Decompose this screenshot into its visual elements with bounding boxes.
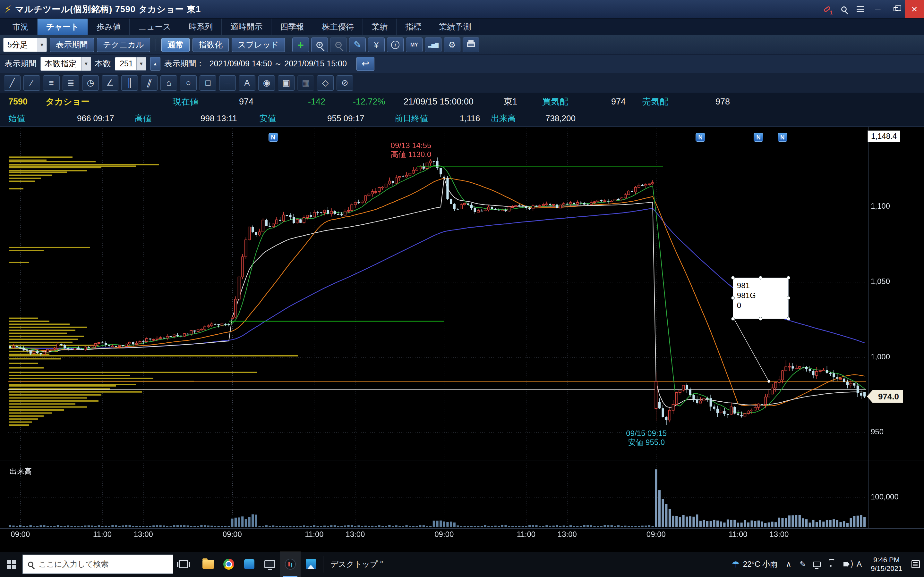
weather-widget[interactable]: ☂ 22°C 小雨 bbox=[728, 551, 782, 577]
tab-label: 四季報 bbox=[280, 21, 304, 32]
news-marker-icon[interactable]: N bbox=[696, 133, 705, 142]
tab-market[interactable]: 市況 bbox=[4, 19, 37, 35]
tab-results-forecast[interactable]: 業績予測 bbox=[430, 19, 480, 35]
spread-mode-button[interactable]: スプレッド bbox=[232, 38, 285, 52]
news-marker-icon[interactable]: N bbox=[268, 133, 278, 142]
resize-handle[interactable] bbox=[731, 296, 735, 300]
clear-all-tool[interactable]: ⊘ bbox=[336, 75, 353, 91]
bar-count-input[interactable]: 251▼ bbox=[115, 57, 146, 71]
resize-handle[interactable] bbox=[787, 296, 790, 300]
count-up-button[interactable]: ▲ bbox=[150, 57, 160, 71]
my-chart-icon[interactable]: MY bbox=[406, 37, 423, 52]
restore-button[interactable] bbox=[887, 0, 905, 18]
normal-mode-button[interactable]: 通常 bbox=[162, 38, 190, 52]
quote-row-1: 7590 タカショー 現在値 974 -142 -12.72% 21/09/15… bbox=[0, 93, 924, 110]
eraser-tool[interactable]: ◇ bbox=[317, 75, 334, 91]
volume-chart-icon[interactable]: ▂▅▇ bbox=[425, 37, 441, 52]
resize-handle[interactable] bbox=[787, 317, 790, 321]
note-annotation-box[interactable]: 981 981G 0 bbox=[733, 277, 788, 319]
tab-shikiho[interactable]: 四季報 bbox=[271, 19, 313, 35]
task-view-button[interactable] bbox=[173, 551, 194, 577]
tray-pen-icon[interactable]: ✎ bbox=[796, 551, 810, 577]
chrome-icon bbox=[223, 559, 234, 570]
icon-stamp-tool[interactable]: ◉ bbox=[258, 75, 275, 91]
trading-app-icon[interactable] bbox=[280, 551, 300, 577]
link-icon[interactable]: 1 bbox=[819, 0, 835, 18]
titlebar[interactable]: ⚡ マルチツール(個別銘柄) 7590 タカショー 東1 1 – × bbox=[0, 0, 924, 19]
horizontal-line-tool[interactable]: ─ bbox=[219, 75, 236, 91]
count-mode-select[interactable]: 本数指定▼ bbox=[40, 57, 91, 71]
resize-handle[interactable] bbox=[759, 276, 762, 279]
trend-line-tool[interactable]: ╱ bbox=[4, 75, 21, 91]
ray-line-tool[interactable]: ∕ bbox=[23, 75, 40, 91]
text-tool[interactable]: A bbox=[239, 75, 255, 91]
polygon-tool[interactable]: ⌂ bbox=[160, 75, 177, 91]
tab-shareholder-benefits[interactable]: 株主優待 bbox=[313, 19, 363, 35]
chrome-icon[interactable] bbox=[218, 551, 239, 577]
current-price-marker: 974.0 bbox=[867, 390, 903, 403]
tab-tick-history[interactable]: 歩み値 bbox=[88, 19, 130, 35]
photos-app-icon[interactable] bbox=[300, 551, 321, 577]
resize-handle[interactable] bbox=[731, 317, 735, 321]
vertical-lines-tool[interactable]: ║ bbox=[121, 75, 138, 91]
rectangle-tool[interactable]: □ bbox=[200, 75, 216, 91]
news-marker-icon[interactable]: N bbox=[778, 133, 787, 142]
tab-indicators[interactable]: 指標 bbox=[397, 19, 430, 35]
chevron-down-icon[interactable]: ▼ bbox=[136, 57, 146, 70]
wifi-icon[interactable] bbox=[824, 551, 838, 577]
ime-mode-icon[interactable]: A bbox=[852, 551, 866, 577]
parallel-lines-tool[interactable]: ≣ bbox=[63, 75, 79, 91]
search-icon[interactable] bbox=[835, 0, 852, 18]
notification-center-button[interactable] bbox=[907, 551, 924, 577]
news-marker-icon[interactable]: N bbox=[754, 133, 763, 142]
info-icon[interactable]: i bbox=[387, 37, 404, 52]
volume-icon[interactable] bbox=[838, 551, 852, 577]
tray-expand-icon[interactable]: ∧ bbox=[782, 551, 796, 577]
indexed-mode-button[interactable]: 指数化 bbox=[192, 38, 229, 52]
network-icon[interactable] bbox=[810, 551, 824, 577]
file-explorer-icon[interactable] bbox=[198, 551, 218, 577]
technical-button[interactable]: テクニカル bbox=[97, 38, 150, 52]
tab-news[interactable]: ニュース bbox=[129, 19, 180, 35]
resize-handle[interactable] bbox=[731, 276, 735, 279]
settings-wrench-icon[interactable]: ⚙ bbox=[444, 37, 460, 52]
channel-tool[interactable]: ∥ bbox=[141, 75, 158, 91]
tab-disclosure[interactable]: 適時開示 bbox=[222, 19, 271, 35]
yen-scale-icon[interactable]: ¥ bbox=[368, 37, 384, 52]
print-icon[interactable] bbox=[463, 37, 479, 52]
tab-chart[interactable]: チャート bbox=[37, 19, 88, 35]
desktop-toolbar[interactable]: デスクトップ » bbox=[325, 551, 389, 577]
resize-handle[interactable] bbox=[787, 276, 790, 279]
arc-tool[interactable]: ◷ bbox=[82, 75, 99, 91]
reset-period-button[interactable]: ↩ bbox=[357, 57, 375, 71]
tab-time-series[interactable]: 時系列 bbox=[180, 19, 222, 35]
pattern-tool[interactable]: ▦ bbox=[297, 75, 314, 91]
draw-pencil-icon[interactable]: ✎ bbox=[349, 37, 366, 52]
start-button[interactable] bbox=[0, 551, 23, 577]
price-axis-tick: 1,100 bbox=[871, 201, 890, 211]
add-comparison-icon[interactable]: + bbox=[292, 37, 309, 52]
close-button[interactable]: × bbox=[905, 0, 924, 18]
window-title: マルチツール(個別銘柄) 7590 タカショー 東1 bbox=[15, 3, 201, 15]
copy-tool[interactable]: ▣ bbox=[278, 75, 294, 91]
menu-icon[interactable] bbox=[852, 0, 869, 18]
angle-tool[interactable]: ∠ bbox=[102, 75, 118, 91]
low-value: 955 09:17 bbox=[327, 113, 365, 123]
taskbar-clock[interactable]: 9:46 PM 9/15/2021 bbox=[866, 556, 907, 573]
horizontal-lines-tool[interactable]: ≡ bbox=[43, 75, 60, 91]
timeframe-value: 5分足 bbox=[7, 39, 28, 50]
ellipse-tool[interactable]: ○ bbox=[180, 75, 197, 91]
mail-app-icon[interactable] bbox=[239, 551, 260, 577]
minimize-button[interactable]: – bbox=[869, 0, 887, 18]
taskbar-search-input[interactable]: ここに入力して検索 bbox=[23, 554, 173, 574]
tab-results[interactable]: 業績 bbox=[363, 19, 397, 35]
timeframe-select[interactable]: 5分足▼ bbox=[3, 38, 47, 52]
tab-label: ニュース bbox=[138, 21, 171, 32]
zoom-out-icon[interactable]: − bbox=[330, 37, 347, 52]
display-period-button[interactable]: 表示期間 bbox=[50, 38, 94, 52]
remote-desktop-icon[interactable] bbox=[260, 551, 280, 577]
chart-region[interactable]: 1,148.4 09/13 14:55 高値 1130.0 09/15 09:1… bbox=[0, 126, 924, 551]
zoom-in-icon[interactable]: + bbox=[311, 37, 328, 52]
stock-name: タカショー bbox=[45, 96, 90, 107]
resize-handle[interactable] bbox=[759, 317, 762, 321]
